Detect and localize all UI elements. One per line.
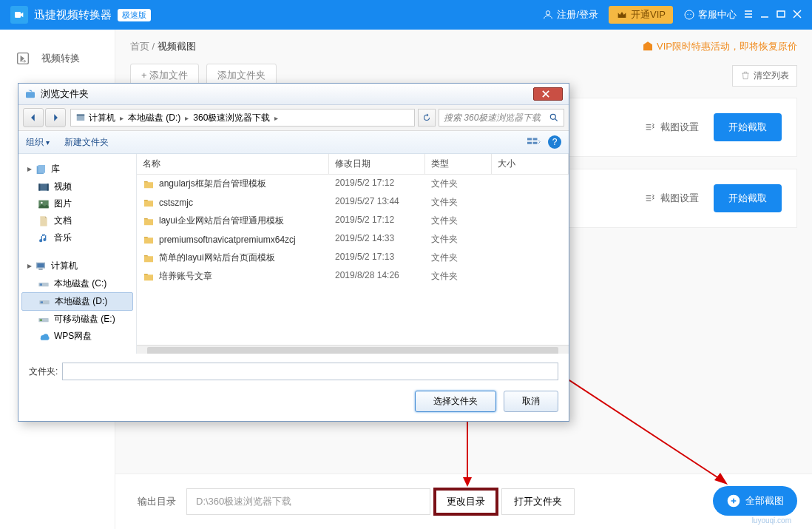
- new-folder-button[interactable]: 新建文件夹: [64, 136, 109, 149]
- nav-back-button[interactable]: [23, 108, 44, 127]
- tree-doc[interactable]: 文档: [21, 212, 133, 229]
- annotation-arrow: [550, 368, 735, 496]
- file-row[interactable]: cstszmjc2019/5/27 13:44文件夹: [137, 193, 569, 212]
- dialog-toolbar: 组织 新建文件夹 .dlg-tb-item:nth-child(2)::afte…: [18, 131, 569, 154]
- clear-list-button[interactable]: 清空列表: [732, 65, 797, 87]
- start-capture-button[interactable]: 开始截取: [714, 184, 782, 212]
- svg-rect-13: [77, 115, 85, 121]
- tree-drive-d[interactable]: 本地磁盘 (D:): [21, 292, 133, 311]
- svg-rect-5: [777, 11, 785, 17]
- svg-point-15: [550, 114, 555, 119]
- svg-marker-11: [714, 473, 728, 485]
- app-header: 迅捷视频转换器 极速版 注册/登录 开通VIP 客服中心: [0, 0, 812, 30]
- app-logo-icon: [10, 6, 28, 24]
- dialog-close-button[interactable]: [533, 87, 563, 101]
- tree-drive-c[interactable]: 本地磁盘 (C:): [21, 275, 133, 292]
- horizontal-scrollbar[interactable]: [137, 345, 569, 354]
- menu-icon[interactable]: [744, 10, 753, 21]
- output-dir-label: 输出目录: [138, 495, 176, 508]
- svg-rect-23: [38, 183, 40, 190]
- tree-libraries[interactable]: 库: [21, 160, 133, 178]
- svg-rect-17: [527, 141, 532, 144]
- tree-video[interactable]: 视频: [21, 178, 133, 195]
- edition-badge: 极速版: [118, 9, 151, 21]
- svg-rect-0: [15, 12, 21, 18]
- nav-forward-button[interactable]: [45, 108, 66, 127]
- file-row[interactable]: angularjs框架后台管理模板2019/5/2 17:12文件夹: [137, 175, 569, 193]
- minimize-icon[interactable]: [760, 10, 769, 21]
- screenshot-settings-button[interactable]: 截图设置: [644, 121, 699, 134]
- refresh-button[interactable]: [418, 109, 436, 127]
- file-row[interactable]: 简单的layui网站后台页面模板2019/5/2 17:13文件夹: [137, 249, 569, 267]
- maximize-icon[interactable]: [777, 10, 785, 21]
- file-row[interactable]: premiumsoftnavicatpremiumx64zcj2019/5/2 …: [137, 230, 569, 249]
- start-capture-button[interactable]: 开始截取: [714, 113, 782, 141]
- tree-music[interactable]: 音乐: [21, 229, 133, 246]
- browse-folder-dialog: 浏览文件夹 计算机 本地磁盘 (D:) 360极速浏览器下载 搜索 360极速浏…: [18, 83, 569, 422]
- sidebar-item-label: 视频转换: [41, 52, 80, 65]
- cancel-button[interactable]: 取消: [504, 391, 558, 412]
- svg-line-10: [550, 368, 722, 480]
- help-icon[interactable]: ?: [548, 135, 561, 149]
- svg-rect-35: [40, 319, 42, 321]
- svg-point-26: [41, 201, 43, 203]
- file-row[interactable]: layui企业网站后台管理通用模板2019/5/2 17:12文件夹: [137, 212, 569, 230]
- dialog-footer: 文件夹: 选择文件夹 取消: [18, 354, 569, 421]
- svg-rect-33: [41, 301, 43, 303]
- folder-name-input[interactable]: [62, 363, 558, 380]
- tree-wps[interactable]: WPS网盘: [21, 328, 133, 345]
- svg-rect-21: [38, 165, 45, 173]
- svg-rect-29: [37, 263, 44, 267]
- vip-promo-link[interactable]: VIP限时特惠活动，即将恢复原价: [642, 40, 797, 53]
- register-login-button[interactable]: 注册/登录: [542, 8, 598, 21]
- output-dir-field[interactable]: D:\360极速浏览器下载: [186, 488, 430, 515]
- tree-image[interactable]: 图片: [21, 195, 133, 212]
- svg-rect-31: [40, 283, 42, 286]
- svg-rect-12: [26, 92, 35, 98]
- folder-field-label: 文件夹:: [29, 365, 58, 378]
- help-center-button[interactable]: 客服中心: [683, 8, 737, 21]
- dialog-nav: 计算机 本地磁盘 (D:) 360极速浏览器下载 搜索 360极速浏览器下载: [18, 105, 569, 131]
- file-row[interactable]: 培养账号文章2019/8/28 14:26文件夹: [137, 267, 569, 286]
- search-input[interactable]: 搜索 360极速浏览器下载: [439, 109, 564, 127]
- watermark: luyouqi.com: [752, 516, 791, 525]
- vip-button[interactable]: 开通VIP: [609, 6, 673, 24]
- file-list-header: 名称 修改日期 类型 大小: [137, 154, 569, 175]
- svg-marker-9: [463, 477, 472, 487]
- breadcrumb-current: 视频截图: [158, 41, 196, 52]
- svg-rect-24: [47, 183, 49, 190]
- svg-point-1: [547, 11, 550, 15]
- svg-rect-14: [77, 114, 85, 115]
- svg-point-4: [690, 14, 691, 15]
- tree-drive-e[interactable]: 可移动磁盘 (E:): [21, 311, 133, 328]
- folder-tree[interactable]: 库 视频 图片 文档 音乐 计算机 本地磁盘 (C:) 本地磁盘 (D:) 可移…: [18, 154, 137, 354]
- select-folder-button[interactable]: 选择文件夹: [415, 391, 496, 412]
- address-bar[interactable]: 计算机 本地磁盘 (D:) 360极速浏览器下载: [70, 109, 415, 127]
- view-options-button[interactable]: [527, 136, 541, 149]
- search-icon: [549, 112, 559, 123]
- svg-rect-19: [533, 141, 538, 144]
- svg-point-3: [687, 14, 688, 15]
- change-dir-button[interactable]: 更改目录: [433, 488, 498, 516]
- dialog-title: 浏览文件夹: [41, 87, 89, 101]
- screenshot-settings-button[interactable]: 截图设置: [644, 192, 699, 205]
- tree-computer[interactable]: 计算机: [21, 257, 133, 275]
- svg-point-2: [685, 10, 694, 19]
- organize-menu[interactable]: 组织: [26, 136, 50, 149]
- dialog-titlebar: 浏览文件夹: [18, 84, 569, 105]
- file-list[interactable]: 名称 修改日期 类型 大小 angularjs框架后台管理模板2019/5/2 …: [137, 154, 569, 354]
- folder-cloud-icon: [24, 88, 36, 100]
- app-title: 迅捷视频转换器: [34, 8, 112, 22]
- breadcrumb-home[interactable]: 首页: [130, 41, 149, 52]
- close-icon[interactable]: [793, 10, 802, 21]
- svg-rect-16: [527, 138, 532, 140]
- svg-rect-18: [533, 138, 538, 140]
- svg-rect-28: [38, 269, 42, 269]
- sidebar-item-convert[interactable]: 视频转换: [0, 43, 115, 74]
